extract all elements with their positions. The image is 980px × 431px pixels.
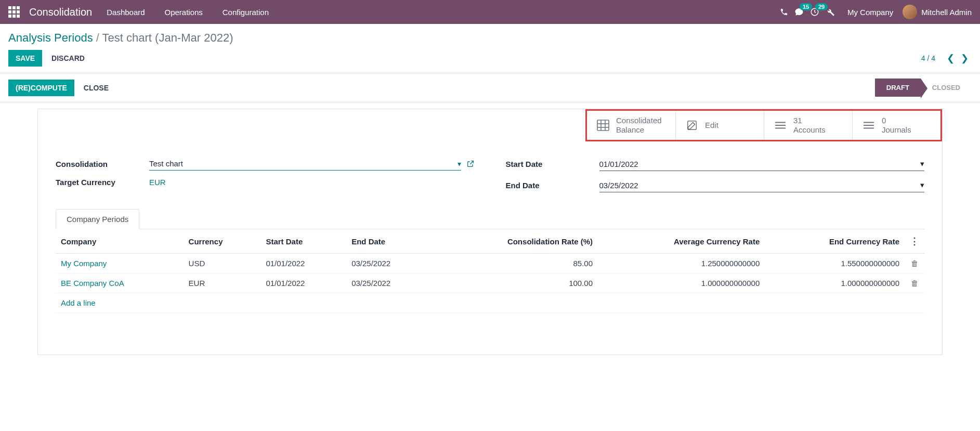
th-end[interactable]: End Date [346,229,432,254]
stat-journals[interactable]: 0 Journals [852,111,940,140]
trash-icon[interactable]: 🗑 [911,259,919,268]
main-menu: Dashboard Operations Configuration [107,8,286,17]
column-options-icon[interactable]: ⋮ [910,236,919,246]
user-menu[interactable]: Mitchell Admin [903,5,972,19]
list-icon [774,119,787,132]
start-date-label: Start Date [506,160,599,168]
consolidation-label: Consolidation [56,160,149,168]
end-date-label: End Date [506,181,599,190]
table-row[interactable]: BE Company CoA EUR 01/01/2022 03/25/2022… [56,273,924,293]
breadcrumb-parent[interactable]: Analysis Periods [8,31,93,44]
apps-icon[interactable] [8,6,20,18]
save-button[interactable]: SAVE [8,50,42,67]
th-company[interactable]: Company [56,229,184,254]
svg-rect-1 [597,120,609,130]
add-line-button[interactable]: Add a line [56,293,924,313]
consolidation-field[interactable]: ▾ [149,157,461,171]
close-button[interactable]: CLOSE [84,84,109,92]
activities-icon[interactable]: 29 [810,7,819,17]
th-rate[interactable]: Consolidation Rate (%) [432,229,598,254]
stat-consolidated-balance[interactable]: Consolidated Balance [587,111,675,140]
menu-configuration[interactable]: Configuration [223,8,269,17]
external-link-icon[interactable] [466,160,475,168]
status-arrows: DRAFT CLOSED [875,79,972,97]
menu-operations[interactable]: Operations [164,8,202,17]
status-closed[interactable]: CLOSED [921,79,972,97]
discard-button[interactable]: DISCARD [51,54,85,62]
stat-accounts[interactable]: 31 Accounts [764,111,852,140]
trash-icon[interactable]: 🗑 [911,279,919,288]
stat-buttons-highlighted: Consolidated Balance Edit 31 [585,109,942,141]
company-periods-table: Company Currency Start Date End Date Con… [56,229,924,313]
caret-down-icon[interactable]: ▾ [458,160,461,168]
status-draft[interactable]: DRAFT [875,79,921,97]
th-avg[interactable]: Average Currency Rate [598,229,765,254]
breadcrumb: Analysis Periods / Test chart (Jan-Mar 2… [8,31,972,45]
pager: 4 / 4 ❮ ❯ [921,50,972,66]
caret-down-icon[interactable]: ▾ [920,159,924,168]
pager-value[interactable]: 4 / 4 [921,54,935,62]
phone-icon[interactable] [780,8,788,16]
form-sheet: Consolidated Balance Edit 31 [37,109,943,355]
target-currency-value: EUR [149,178,166,187]
th-currency[interactable]: Currency [184,229,261,254]
edit-icon [685,119,699,132]
company-selector[interactable]: My Company [847,8,893,17]
status-row: (RE)COMPUTE CLOSE DRAFT CLOSED [0,73,980,102]
end-date-input[interactable]: 03/25/2022 ▾ [599,178,925,192]
th-endc[interactable]: End Currency Rate [765,229,905,254]
target-currency-label: Target Currency [56,178,149,187]
breadcrumb-current: Test chart (Jan-Mar 2022) [102,31,233,44]
caret-down-icon[interactable]: ▾ [920,180,924,190]
pager-next-icon[interactable]: ❯ [958,50,972,66]
svg-rect-6 [688,121,697,130]
avatar [903,5,917,19]
top-nav: Consolidation Dashboard Operations Confi… [0,0,980,24]
tools-icon[interactable] [826,7,835,17]
consolidation-input[interactable] [149,159,455,168]
messages-icon[interactable]: 15 [794,7,804,17]
table-row[interactable]: My Company USD 01/01/2022 03/25/2022 85.… [56,254,924,273]
start-date-input[interactable]: 01/01/2022 ▾ [599,157,925,171]
pager-prev-icon[interactable]: ❮ [944,50,958,66]
app-brand[interactable]: Consolidation [29,6,92,18]
recompute-button[interactable]: (RE)COMPUTE [8,80,74,96]
actions-row: SAVE DISCARD 4 / 4 ❮ ❯ [0,45,980,73]
menu-dashboard[interactable]: Dashboard [107,8,145,17]
tab-company-periods[interactable]: Company Periods [56,209,139,229]
list-icon [862,119,876,132]
th-start[interactable]: Start Date [260,229,346,254]
table-icon [596,119,610,132]
stat-edit[interactable]: Edit [675,111,764,140]
user-name: Mitchell Admin [921,8,972,17]
